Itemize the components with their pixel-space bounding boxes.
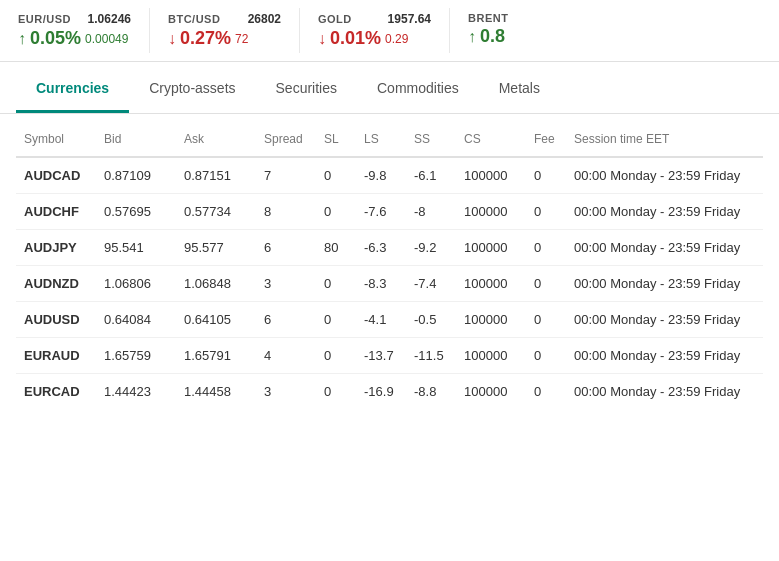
tab-metals[interactable]: Metals [479, 66, 560, 113]
cell-symbol: AUDNZD [16, 266, 96, 302]
ticker-item-brent: BRENT 0.8 [450, 8, 600, 53]
cell-bid: 0.57695 [96, 194, 176, 230]
cell-ss: -0.5 [406, 302, 456, 338]
cell-ss: -9.2 [406, 230, 456, 266]
cell-ss: -8 [406, 194, 456, 230]
ticker-sub-eurusd: 0.00049 [85, 32, 128, 46]
tab-commodities[interactable]: Commodities [357, 66, 479, 113]
cell-cs: 100000 [456, 157, 526, 194]
cell-ask: 1.44458 [176, 374, 256, 410]
cell-session: 00:00 Monday - 23:59 Friday [566, 157, 763, 194]
ticker-change-gold: 0.01% 0.29 [318, 28, 431, 49]
cell-ss: -6.1 [406, 157, 456, 194]
cell-fee: 0 [526, 230, 566, 266]
cell-ls: -13.7 [356, 338, 406, 374]
cell-session: 00:00 Monday - 23:59 Friday [566, 194, 763, 230]
cell-fee: 0 [526, 266, 566, 302]
ticker-pct-brent: 0.8 [480, 26, 505, 47]
cell-spread: 3 [256, 266, 316, 302]
ticker-sub-gold: 0.29 [385, 32, 408, 46]
ticker-price-gold: 1957.64 [388, 12, 431, 26]
table-row: EURCAD1.444231.4445830-16.9-8.8100000000… [16, 374, 763, 410]
cell-bid: 1.44423 [96, 374, 176, 410]
table-header-row: Symbol Bid Ask Spread SL LS SS CS Fee Se… [16, 122, 763, 157]
cell-ss: -7.4 [406, 266, 456, 302]
ticker-name-brent: BRENT [468, 12, 508, 24]
cell-ss: -8.8 [406, 374, 456, 410]
cell-sl: 0 [316, 302, 356, 338]
col-header-fee: Fee [526, 122, 566, 157]
ticker-change-eurusd: 0.05% 0.00049 [18, 28, 131, 49]
cell-cs: 100000 [456, 338, 526, 374]
ticker-item-eurusd: EUR/USD 1.06246 0.05% 0.00049 [0, 8, 150, 53]
col-header-sl: SL [316, 122, 356, 157]
tab-securities[interactable]: Securities [256, 66, 357, 113]
cell-session: 00:00 Monday - 23:59 Friday [566, 374, 763, 410]
cell-ask: 1.65791 [176, 338, 256, 374]
cell-ls: -8.3 [356, 266, 406, 302]
cell-ls: -6.3 [356, 230, 406, 266]
cell-cs: 100000 [456, 374, 526, 410]
cell-spread: 3 [256, 374, 316, 410]
cell-sl: 80 [316, 230, 356, 266]
col-header-session: Session time EET [566, 122, 763, 157]
ticker-change-brent: 0.8 [468, 26, 582, 47]
col-header-ls: LS [356, 122, 406, 157]
cell-fee: 0 [526, 157, 566, 194]
tab-crypto-assets[interactable]: Crypto-assets [129, 66, 255, 113]
table-row: EURAUD1.657591.6579140-13.7-11.510000000… [16, 338, 763, 374]
table-row: AUDCHF0.576950.5773480-7.6-8100000000:00… [16, 194, 763, 230]
ticker-pct-btcusd: 0.27% [180, 28, 231, 49]
table-row: AUDUSD0.640840.6410560-4.1-0.5100000000:… [16, 302, 763, 338]
cell-bid: 0.87109 [96, 157, 176, 194]
cell-ls: -4.1 [356, 302, 406, 338]
cell-symbol: AUDCHF [16, 194, 96, 230]
cell-spread: 8 [256, 194, 316, 230]
tabs-container: Currencies Crypto-assets Securities Comm… [0, 66, 779, 114]
cell-session: 00:00 Monday - 23:59 Friday [566, 302, 763, 338]
ticker-price-eurusd: 1.06246 [88, 12, 131, 26]
cell-symbol: EURCAD [16, 374, 96, 410]
table-body: AUDCAD0.871090.8715170-9.8-6.1100000000:… [16, 157, 763, 409]
col-header-ask: Ask [176, 122, 256, 157]
cell-spread: 7 [256, 157, 316, 194]
table-row: AUDCAD0.871090.8715170-9.8-6.1100000000:… [16, 157, 763, 194]
cell-ask: 1.06848 [176, 266, 256, 302]
ticker-name-gold: GOLD [318, 13, 352, 25]
ticker-pct-eurusd: 0.05% [30, 28, 81, 49]
table-row: AUDNZD1.068061.0684830-8.3-7.4100000000:… [16, 266, 763, 302]
ticker-item-btcusd: BTC/USD 26802 0.27% 72 [150, 8, 300, 53]
tab-currencies[interactable]: Currencies [16, 66, 129, 113]
cell-sl: 0 [316, 157, 356, 194]
cell-sl: 0 [316, 338, 356, 374]
cell-ask: 0.87151 [176, 157, 256, 194]
col-header-bid: Bid [96, 122, 176, 157]
col-header-spread: Spread [256, 122, 316, 157]
cell-ask: 0.64105 [176, 302, 256, 338]
instruments-table-container: Symbol Bid Ask Spread SL LS SS CS Fee Se… [0, 122, 779, 409]
cell-ss: -11.5 [406, 338, 456, 374]
ticker-change-btcusd: 0.27% 72 [168, 28, 281, 49]
ticker-price-btcusd: 26802 [248, 12, 281, 26]
arrow-down-icon-gold [318, 28, 326, 49]
col-header-symbol: Symbol [16, 122, 96, 157]
instruments-table: Symbol Bid Ask Spread SL LS SS CS Fee Se… [16, 122, 763, 409]
cell-cs: 100000 [456, 302, 526, 338]
cell-session: 00:00 Monday - 23:59 Friday [566, 266, 763, 302]
cell-fee: 0 [526, 302, 566, 338]
cell-spread: 6 [256, 230, 316, 266]
cell-session: 00:00 Monday - 23:59 Friday [566, 338, 763, 374]
cell-ls: -9.8 [356, 157, 406, 194]
cell-sl: 0 [316, 194, 356, 230]
cell-bid: 1.65759 [96, 338, 176, 374]
col-header-cs: CS [456, 122, 526, 157]
arrow-up-icon [18, 28, 26, 49]
cell-cs: 100000 [456, 266, 526, 302]
ticker-item-gold: GOLD 1957.64 0.01% 0.29 [300, 8, 450, 53]
ticker-bar: EUR/USD 1.06246 0.05% 0.00049 BTC/USD 26… [0, 0, 779, 62]
cell-ask: 0.57734 [176, 194, 256, 230]
cell-cs: 100000 [456, 194, 526, 230]
arrow-up-icon-brent [468, 26, 476, 47]
table-row: AUDJPY95.54195.577680-6.3-9.2100000000:0… [16, 230, 763, 266]
cell-ask: 95.577 [176, 230, 256, 266]
